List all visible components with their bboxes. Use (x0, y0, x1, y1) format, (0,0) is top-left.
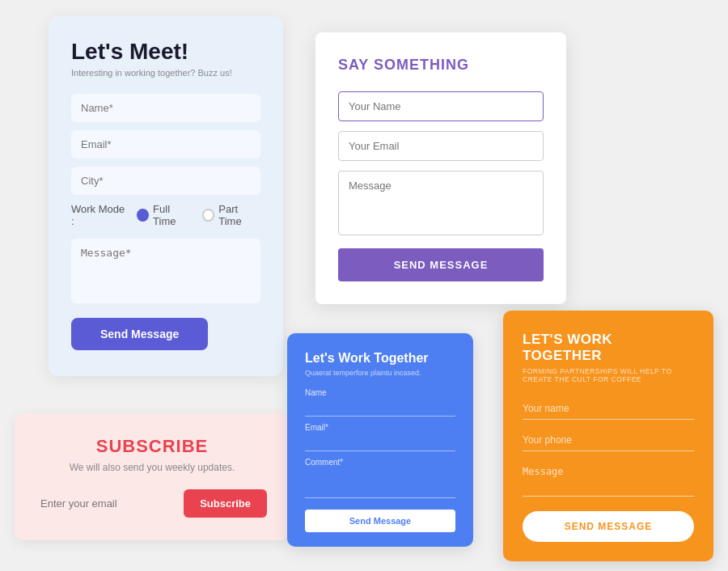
work-blue-title: Let's Work Together (305, 351, 455, 366)
subscribe-button[interactable]: Subscribe (184, 489, 267, 518)
meet-name-input[interactable] (71, 94, 260, 122)
full-time-label: Full Time (153, 203, 193, 227)
part-time-option[interactable]: Part Time (202, 203, 260, 227)
part-time-label: Part Time (218, 203, 260, 227)
work-mode-group: Work Mode : Full Time Part Time (71, 203, 260, 227)
work-orange-send-button[interactable]: SEND MESSAGE (523, 511, 694, 542)
subscribe-description: We will also send you weekly updates. (37, 462, 267, 473)
work-blue-email-input[interactable] (305, 434, 455, 451)
card-work-blue: Let's Work Together Quaerat temperfore p… (287, 333, 473, 547)
card-lets-meet: Let's Meet! Interesting in working toget… (49, 16, 283, 376)
say-title: SAY SOMETHING (338, 57, 544, 74)
say-email-input[interactable] (338, 131, 544, 161)
subscribe-email-input[interactable] (37, 491, 184, 516)
work-blue-send-button[interactable]: Send Message (305, 510, 455, 532)
work-blue-email-label: Email* (305, 423, 455, 432)
work-orange-name-input[interactable] (523, 398, 694, 420)
work-blue-name-label: Name (305, 388, 455, 397)
work-blue-desc: Quaerat temperfore plaintu incased. (305, 369, 455, 377)
full-time-radio[interactable] (137, 209, 149, 222)
meet-city-input[interactable] (71, 167, 260, 195)
work-mode-label: Work Mode : (71, 203, 127, 227)
meet-email-input[interactable] (71, 130, 260, 159)
card-say-something: SAY SOMETHING SEND MESSAGE (315, 32, 566, 304)
work-blue-name-input[interactable] (305, 400, 455, 417)
work-orange-phone-input[interactable] (523, 429, 694, 451)
work-blue-comment-input[interactable] (305, 469, 455, 498)
say-name-input[interactable] (338, 91, 544, 121)
say-send-button[interactable]: SEND MESSAGE (338, 248, 544, 281)
card-subscribe: SUBSCRIBE We will also send you weekly u… (15, 413, 290, 540)
work-orange-message-input[interactable] (523, 461, 694, 497)
full-time-option[interactable]: Full Time (137, 203, 193, 227)
part-time-radio[interactable] (202, 209, 214, 222)
card-work-orange: LET'S WORK TOGETHER FORMING PARTNERSHIPS… (503, 311, 713, 561)
say-message-input[interactable] (338, 171, 544, 235)
meet-send-button[interactable]: Send Message (71, 318, 208, 350)
work-orange-desc: FORMING PARTNERSHIPS WILL HELP TO CREATE… (523, 367, 694, 383)
card-meet-subtitle: Interesting in working together? Buzz us… (71, 68, 260, 78)
meet-message-input[interactable] (71, 239, 260, 303)
card-meet-title: Let's Meet! (71, 39, 260, 65)
subscribe-row: Subscribe (37, 489, 267, 518)
work-orange-title: LET'S WORK TOGETHER (523, 332, 694, 364)
work-blue-comment-label: Comment* (305, 458, 455, 467)
subscribe-title: SUBSCRIBE (37, 436, 267, 457)
